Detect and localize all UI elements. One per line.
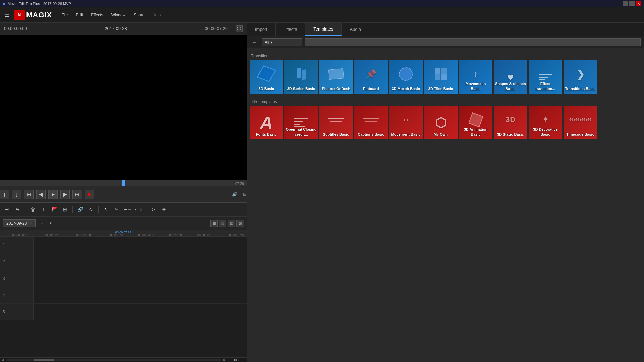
split-cut-button[interactable]: ✂ (112, 205, 121, 214)
tile-my-own[interactable]: ⬡ My Own (424, 106, 458, 139)
tile-subtitles-basic[interactable]: Subtitles Basic (319, 106, 353, 139)
mark-out-button[interactable]: ] (12, 190, 21, 199)
tile-effect-transition[interactable]: Effect transition... (529, 60, 562, 94)
add-tab-dropdown[interactable]: ▾ (48, 220, 53, 226)
tab-import[interactable]: Import (247, 23, 276, 36)
tile-transitions-basic[interactable]: ❯ Transitions Basic (564, 60, 597, 94)
tab-effects[interactable]: Effects (276, 23, 306, 36)
tile-3d-morph[interactable]: 3D Morph Basic (389, 60, 423, 94)
snap-button[interactable]: ⊕ (160, 205, 168, 214)
menu-effects[interactable]: Effects (88, 11, 106, 19)
tile-3d-decorative-basic[interactable]: ✦ 3D Decorative Basic (529, 106, 562, 139)
text-button[interactable]: T (39, 205, 48, 214)
track-view-button[interactable]: ▧ (236, 220, 244, 227)
timeline-tab[interactable]: 2017-09-28 ✕ (3, 219, 36, 227)
search-input[interactable] (305, 38, 641, 46)
ruler-mark-2: 00:00:02:00 (76, 233, 93, 237)
group-button[interactable]: ⊞ (61, 205, 69, 214)
tile-opening-closing[interactable]: Opening/ Closing credit... (284, 106, 318, 139)
tab-close-button[interactable]: ✕ (29, 221, 32, 225)
step-forward-button[interactable]: |▶ (60, 190, 70, 199)
scroll-thumb[interactable] (34, 359, 54, 361)
menu-window[interactable]: Window (109, 11, 128, 19)
step-back-button[interactable]: ◀| (36, 190, 46, 199)
tile-3d-animation-basic[interactable]: 3D Animation Basic (459, 106, 492, 139)
hexagon-icon: ⬡ (435, 115, 447, 130)
timeline-view-button[interactable]: ▤ (219, 220, 226, 227)
marker-button[interactable]: 🚩 (50, 205, 59, 214)
curve-button[interactable]: ∿ (87, 205, 95, 214)
tile-3d-static-basic[interactable]: 3D 3D Static Basic (494, 106, 527, 139)
ruler-mark-5: 00:00:05:00 (168, 233, 184, 237)
timeline-scrollbar[interactable]: ◀ ▶ − 100% + (0, 357, 247, 362)
preview-timeline-bar[interactable]: 07:29 (0, 180, 247, 186)
menu-help[interactable]: Help (150, 11, 163, 19)
redo-button[interactable]: ↪ (13, 205, 22, 214)
tile-timecode-basic[interactable]: 00:00:00:00 Timecode Basic (564, 106, 597, 139)
menu-edit[interactable]: Edit (73, 11, 86, 19)
3d-deco-icon: ✦ (542, 115, 548, 124)
undo-button[interactable]: ↩ (3, 205, 11, 214)
tab-audio[interactable]: Audio (342, 23, 369, 36)
tile-3d-basic[interactable]: 3D Basic (250, 60, 283, 94)
select-tool[interactable]: ↖ (102, 205, 110, 214)
scroll-right-arrow[interactable]: ▶ (222, 358, 227, 362)
trim-button[interactable]: ⊢⊣ (123, 205, 132, 214)
storyboard-view-button[interactable]: ▦ (210, 220, 218, 227)
cube-icon-3d-basic (257, 66, 276, 82)
maximize-button[interactable]: □ (629, 1, 635, 6)
back-button[interactable]: ← (250, 39, 259, 46)
prev-marker-button[interactable]: ⏮ (24, 190, 34, 199)
tile-movement-basic[interactable]: ↔ Movement Basic (389, 106, 423, 139)
play-button[interactable]: ▶ (48, 190, 58, 199)
delete-button[interactable]: 🗑 (29, 205, 37, 214)
preview-playhead[interactable] (122, 180, 125, 186)
track-label-1: 1 (0, 237, 34, 253)
right-panel: Import Effects Templates Audio ← All ▾ (247, 23, 644, 362)
track-content-2[interactable] (34, 253, 247, 270)
subtitle-lines-icon (328, 118, 344, 122)
scroll-track[interactable] (7, 359, 221, 361)
sequence-view-button[interactable]: ▥ (228, 220, 235, 227)
menu-file[interactable]: File (59, 11, 70, 19)
record-button[interactable]: ⏺ (85, 190, 94, 199)
close-button[interactable]: ✕ (636, 1, 641, 6)
minimize-button[interactable]: ─ (623, 1, 628, 6)
timecode-left: 00:00:00:00 (4, 26, 27, 31)
tile-shapes-objects[interactable]: ♥ Shapes & objects Basic (494, 60, 527, 94)
hamburger-menu[interactable]: ☰ (3, 10, 11, 19)
timeline-view-controls: ▦ ▤ ▥ ▧ (210, 220, 244, 227)
tile-3d-tiles[interactable]: 3D Tiles Basic (424, 60, 458, 94)
filter-dropdown[interactable]: All ▾ (262, 38, 302, 46)
expand-button[interactable]: ⛶ (236, 25, 243, 32)
next-marker-button[interactable]: ⏭ (72, 190, 82, 199)
go-to-start-button[interactable]: [ (0, 190, 9, 199)
timeline-ruler[interactable]: 00:00:07:29 00:00:00:00 00:00:01:00 00:0… (0, 230, 247, 237)
zoom-out-button[interactable]: − (227, 358, 229, 362)
tile-pictures-on-desk[interactable]: PicturesOnDesk (319, 60, 353, 94)
ripple-button[interactable]: ⊳ (149, 205, 158, 214)
main-layout: 00:00:00:00 2017-09-28 00:00:07:29 ⛶ 07:… (0, 23, 644, 362)
slip-button[interactable]: ⟺ (134, 205, 143, 214)
scroll-left-arrow[interactable]: ◀ (0, 358, 5, 362)
ruler-mark-0: 00:00:00:00 (12, 233, 29, 237)
tile-captions-basic[interactable]: Captions Basic (354, 106, 388, 139)
track-content-1[interactable] (34, 237, 247, 253)
magix-logo: M MAGIX (14, 10, 52, 20)
tile-pinboard[interactable]: 📌 Pinboard (354, 60, 388, 94)
menu-share[interactable]: Share (131, 11, 147, 19)
track-content-3[interactable] (34, 270, 247, 287)
link-button[interactable]: 🔗 (76, 205, 85, 214)
zoom-in-button[interactable]: + (242, 358, 244, 362)
tile-3d-series-basic[interactable]: 3D Series Basic (284, 60, 318, 94)
tile-movements-basic[interactable]: ↕ Movements Basic (459, 60, 492, 94)
tile-fonts-basic[interactable]: A Fonts Basic (250, 106, 283, 139)
tab-templates[interactable]: Templates (305, 23, 341, 36)
tile-label-pinboard: Pinboard (354, 86, 388, 91)
track-content-4[interactable] (34, 287, 247, 303)
playhead-time-label: 00:00:07:29 (115, 231, 131, 234)
tracks-container: 1 2 3 4 5 (0, 237, 247, 357)
add-timeline-button[interactable]: + (38, 220, 45, 227)
track-content-5[interactable] (34, 304, 247, 320)
menu-bar: ☰ M MAGIX File Edit Effects Window Share… (0, 7, 644, 23)
